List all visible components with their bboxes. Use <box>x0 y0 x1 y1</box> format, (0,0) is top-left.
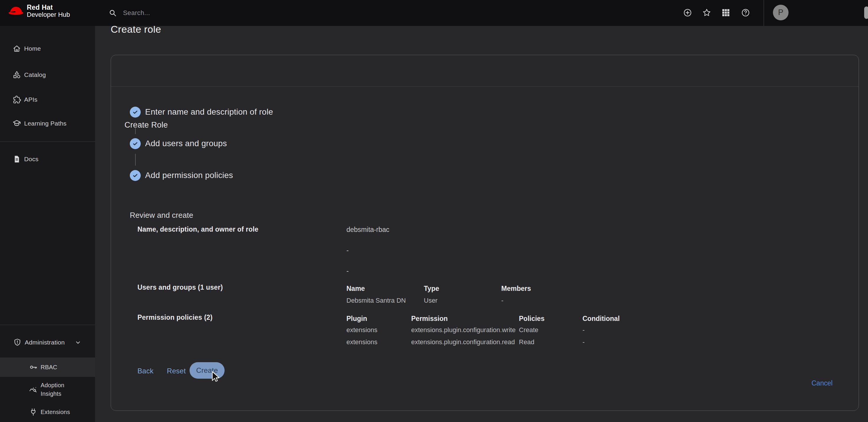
role-name-value: debsmita-rbac <box>346 226 390 234</box>
perm-row-policies: Create <box>519 326 538 334</box>
user-avatar[interactable]: P <box>773 5 788 20</box>
step-connector <box>135 122 136 134</box>
perm-row-plugin: extensions <box>346 326 377 334</box>
perm-row-conditional: - <box>583 338 585 346</box>
step-2-label[interactable]: Add users and groups <box>145 139 227 148</box>
search-placeholder: Search... <box>123 9 150 17</box>
app-root: Create role Create Role Enter name and d… <box>0 0 868 422</box>
step-3-check-icon[interactable] <box>130 170 141 181</box>
perm-row-permission: extensions.plugin.configuration.read <box>411 338 515 346</box>
review-name-section-label: Name, description, and owner of role <box>137 225 258 233</box>
step-3-label[interactable]: Add permission policies <box>145 171 233 180</box>
sidebar-divider <box>0 141 95 142</box>
search-icon <box>108 8 117 18</box>
user-row-type: User <box>424 297 437 304</box>
users-col-name: Name <box>346 285 365 292</box>
sidebar: Home Catalog APIs Learning Paths D <box>0 26 95 422</box>
sidebar-item-label: RBAC <box>41 364 57 371</box>
redhat-fedora-logo-icon <box>8 5 24 17</box>
sidebar-item-administration[interactable]: Administration <box>0 333 95 352</box>
role-owner-value: - <box>346 267 349 275</box>
step-2-check-icon[interactable] <box>130 138 141 149</box>
puzzle-icon <box>12 95 21 104</box>
sidebar-item-label: APIs <box>24 96 37 103</box>
back-button[interactable]: Back <box>137 367 154 375</box>
avatar-initial: P <box>778 8 783 17</box>
global-header: Red Hat Developer Hub Search... P <box>0 0 868 26</box>
sidebar-item-extensions[interactable]: Extensions <box>0 402 95 421</box>
key-icon <box>29 363 38 372</box>
sidebar-item-rbac[interactable]: RBAC <box>0 358 95 376</box>
sidebar-item-label: Learning Paths <box>24 120 66 127</box>
sidebar-item-docs[interactable]: Docs <box>0 150 95 169</box>
insights-icon <box>29 385 38 394</box>
review-permissions-section-label: Permission policies (2) <box>137 314 213 321</box>
create-role-card: Create Role Enter name and description o… <box>111 55 859 411</box>
sidebar-item-home[interactable]: Home <box>0 39 95 58</box>
graduation-cap-icon <box>12 119 21 128</box>
cancel-link[interactable]: Cancel <box>811 379 833 387</box>
brand[interactable]: Red Hat Developer Hub <box>8 4 70 18</box>
perm-col-permission: Permission <box>411 315 448 323</box>
star-icon[interactable] <box>702 8 711 18</box>
sidebar-item-label: Catalog <box>24 71 46 78</box>
sidebar-item-adoption-insights[interactable]: AdoptionInsights <box>0 380 95 399</box>
user-row-name: Debsmita Santra DN <box>346 297 406 304</box>
card-title: Create Role <box>124 120 168 130</box>
mouse-cursor <box>211 371 221 382</box>
edge-clipped-element <box>864 6 868 19</box>
perm-row-policies: Read <box>519 338 534 346</box>
sidebar-divider <box>0 325 95 325</box>
user-row-members: - <box>501 297 503 304</box>
sidebar-item-apis[interactable]: APIs <box>0 90 95 109</box>
perm-row-conditional: - <box>583 326 585 334</box>
role-description-value: - <box>346 246 349 254</box>
review-heading: Review and create <box>130 211 193 220</box>
step-connector <box>135 154 136 166</box>
perm-row-plugin: extensions <box>346 338 377 346</box>
home-icon <box>12 44 21 53</box>
perm-row-permission: extensions.plugin.configuration.write <box>411 326 516 334</box>
sidebar-item-label: Home <box>24 45 41 52</box>
sidebar-item-catalog[interactable]: Catalog <box>0 65 95 84</box>
shield-icon <box>13 338 22 347</box>
sidebar-item-label: Administration <box>25 339 65 346</box>
perm-col-policies: Policies <box>519 315 545 323</box>
sidebar-item-learning-paths[interactable]: Learning Paths <box>0 114 95 133</box>
brand-text: Red Hat Developer Hub <box>27 4 70 18</box>
add-plus-circle-icon[interactable] <box>683 8 692 18</box>
review-users-section-label: Users and groups (1 user) <box>137 283 223 291</box>
perm-col-conditional: Conditional <box>583 315 620 323</box>
sidebar-item-label: Extensions <box>41 409 70 416</box>
sidebar-item-label: Docs <box>24 156 38 163</box>
step-1-label[interactable]: Enter name and description of role <box>145 107 273 117</box>
topbar-divider <box>764 0 764 26</box>
users-col-type: Type <box>424 285 439 292</box>
plug-icon <box>29 407 38 416</box>
step-1-check-icon[interactable] <box>130 107 141 118</box>
perm-col-plugin: Plugin <box>346 315 367 323</box>
reset-button[interactable]: Reset <box>167 367 186 375</box>
global-search[interactable]: Search... <box>108 0 150 26</box>
document-icon <box>12 155 21 164</box>
catalog-icon <box>12 71 21 79</box>
help-icon[interactable] <box>741 8 750 18</box>
chevron-down-icon[interactable] <box>74 339 82 346</box>
card-header-divider <box>111 86 859 87</box>
apps-grid-icon[interactable] <box>721 8 731 18</box>
users-col-members: Members <box>501 285 531 292</box>
sidebar-item-label: AdoptionInsights <box>41 381 64 398</box>
